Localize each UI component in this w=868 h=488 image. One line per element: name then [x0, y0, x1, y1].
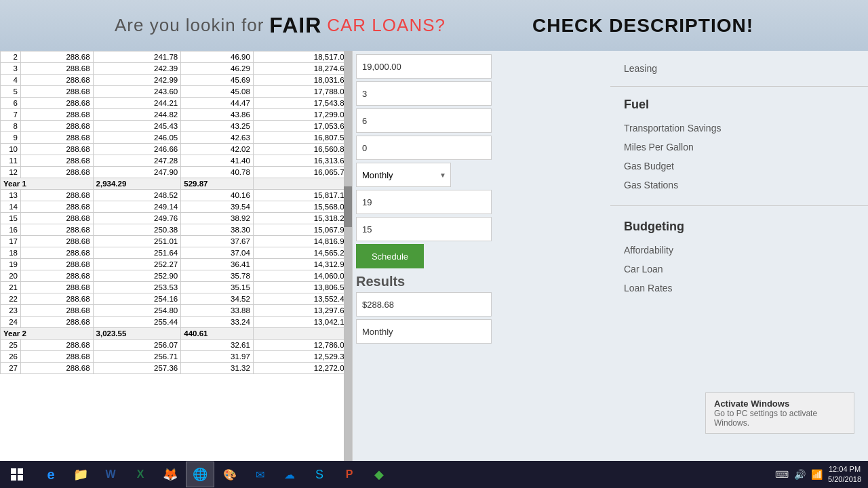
leasing-section: Leasing: [610, 51, 868, 87]
row-payment: 288.68: [21, 236, 94, 247]
sidebar-item-transportation-savings[interactable]: Transportation Savings: [624, 119, 854, 138]
row-balance: 12,272.02: [253, 363, 351, 374]
row-balance: 13,806.56: [253, 282, 351, 293]
row-principal: 244.21: [93, 98, 181, 109]
top-banner: Are you lookin for FAIR CAR LOANS? CHECK…: [0, 0, 868, 51]
table-row: 17 288.68 251.01 37.67 14,816.90: [1, 236, 352, 247]
activate-windows-overlay: Activate Windows Go to PC settings to ac…: [705, 392, 854, 434]
row-payment: 288.68: [21, 282, 94, 293]
sidebar-item-leasing[interactable]: Leasing: [624, 59, 854, 78]
sidebar-item-affordability[interactable]: Affordability: [624, 241, 854, 260]
taskbar-ppt[interactable]: P: [335, 462, 363, 487]
years-input-field[interactable]: 19: [356, 190, 492, 214]
row-principal: 242.39: [93, 63, 181, 75]
table-row: 19 288.68 252.27 36.41 14,312.99: [1, 259, 352, 270]
taskbar-ds[interactable]: ◆: [365, 462, 393, 487]
row-payment: 288.68: [21, 167, 94, 178]
wifi-icon: 📶: [811, 469, 823, 480]
scrollbar[interactable]: [344, 51, 352, 488]
scroll-thumb[interactable]: [344, 186, 352, 227]
row-interest: 43.25: [181, 121, 254, 132]
taskbar-excel[interactable]: X: [126, 462, 155, 487]
start-button[interactable]: [0, 461, 34, 488]
sidebar-item-gas-stations[interactable]: Gas Stations: [624, 176, 854, 195]
activate-subtitle: Go to PC settings to activate Windows.: [714, 409, 846, 428]
taskbar-firefox[interactable]: 🦊: [156, 462, 184, 487]
row-balance: 15,318.29: [253, 213, 351, 224]
row-num: 7: [1, 109, 21, 121]
sidebar-item-miles-per-gallon[interactable]: Miles Per Gallon: [624, 138, 854, 157]
row-interest: 37.04: [181, 247, 254, 259]
ie-icon: e: [47, 467, 54, 483]
row-payment: 288.68: [21, 144, 94, 155]
banner-prefix: Are you lookin for: [115, 15, 264, 36]
row-num: 18: [1, 247, 21, 259]
row-interest: 38.30: [181, 224, 254, 236]
row-interest: 33.88: [181, 305, 254, 317]
schedule-button[interactable]: Schedule: [356, 244, 424, 268]
row-payment: 288.68: [21, 109, 94, 121]
row-num: 26: [1, 351, 21, 363]
row-payment: 288.68: [21, 63, 94, 75]
frequency-select[interactable]: Monthly Weekly Bi-Weekly Semi-Monthly An…: [362, 170, 445, 180]
sidebar-item-car-loan[interactable]: Car Loan: [624, 260, 854, 279]
taskbar-chrome[interactable]: 🌐: [186, 462, 214, 487]
row-principal: 251.64: [93, 247, 181, 259]
row-payment: 288.68: [21, 86, 94, 98]
months-input-field[interactable]: 15: [356, 217, 492, 241]
taskbar-onedrive[interactable]: ☁: [275, 462, 304, 487]
sidebar-item-gas-budget[interactable]: Gas Budget: [624, 157, 854, 176]
taskbar-word[interactable]: W: [96, 462, 125, 487]
table-row: 20 288.68 252.90 35.78 14,060.09: [1, 270, 352, 282]
year-total1: 3,023.55: [93, 328, 181, 340]
term-months-field[interactable]: 6: [356, 108, 492, 133]
extra-payment-field[interactable]: 0: [356, 136, 492, 160]
row-interest: 43.86: [181, 109, 254, 121]
row-num: 13: [1, 190, 21, 201]
row-num: 3: [1, 63, 21, 75]
row-interest: 32.61: [181, 340, 254, 351]
skype-icon: S: [315, 468, 323, 482]
row-balance: 15,067.91: [253, 224, 351, 236]
table-row: 12 288.68 247.90 40.78 16,065.71: [1, 167, 352, 178]
row-balance: 18,031.66: [253, 75, 351, 86]
taskbar-skype[interactable]: S: [305, 462, 334, 487]
folder-icon: 📁: [73, 467, 88, 482]
loan-amount-field[interactable]: 19,000.00: [356, 54, 492, 79]
table-row: 8 288.68 245.43 43.25 17,053.60: [1, 121, 352, 132]
row-payment: 288.68: [21, 270, 94, 282]
taskbar-ie[interactable]: e: [37, 462, 65, 487]
row-balance: 17,299.03: [253, 109, 351, 121]
row-num: 22: [1, 293, 21, 305]
amortization-table: 2 288.68 241.78 46.90 18,517.043 288.68 …: [0, 51, 352, 374]
table-row: 24 288.68 255.44 33.24 13,042.16: [1, 317, 352, 328]
row-balance: 12,786.09: [253, 340, 351, 351]
table-row: 6 288.68 244.21 44.47 17,543.85: [1, 98, 352, 109]
taskbar-folder[interactable]: 📁: [66, 462, 95, 487]
row-payment: 288.68: [21, 293, 94, 305]
row-balance: 13,042.16: [253, 317, 351, 328]
year-empty: [253, 178, 351, 190]
row-num: 8: [1, 121, 21, 132]
table-row: 2 288.68 241.78 46.90 18,517.04: [1, 52, 352, 63]
row-interest: 37.67: [181, 236, 254, 247]
table-row: 21 288.68 253.53 35.15 13,806.56: [1, 282, 352, 293]
paint-icon: 🎨: [223, 468, 237, 481]
firefox-icon: 🦊: [163, 467, 178, 482]
banner-fair: FAIR: [269, 13, 321, 38]
frequency-dropdown[interactable]: Monthly Weekly Bi-Weekly Semi-Monthly An…: [356, 163, 451, 187]
row-balance: 14,060.09: [253, 270, 351, 282]
sidebar-item-loan-rates[interactable]: Loan Rates: [624, 279, 854, 298]
table-area: 2 288.68 241.78 46.90 18,517.043 288.68 …: [0, 51, 353, 488]
taskbar-mail[interactable]: ✉: [245, 462, 274, 487]
taskbar-paint[interactable]: 🎨: [216, 462, 244, 487]
fuel-section: Fuel Transportation Savings Miles Per Ga…: [610, 87, 868, 203]
row-num: 21: [1, 282, 21, 293]
row-principal: 257.36: [93, 363, 181, 374]
row-principal: 245.43: [93, 121, 181, 132]
row-interest: 31.97: [181, 351, 254, 363]
row-num: 15: [1, 213, 21, 224]
row-interest: 33.24: [181, 317, 254, 328]
row-num: 11: [1, 155, 21, 167]
term-years-field[interactable]: 3: [356, 81, 492, 106]
